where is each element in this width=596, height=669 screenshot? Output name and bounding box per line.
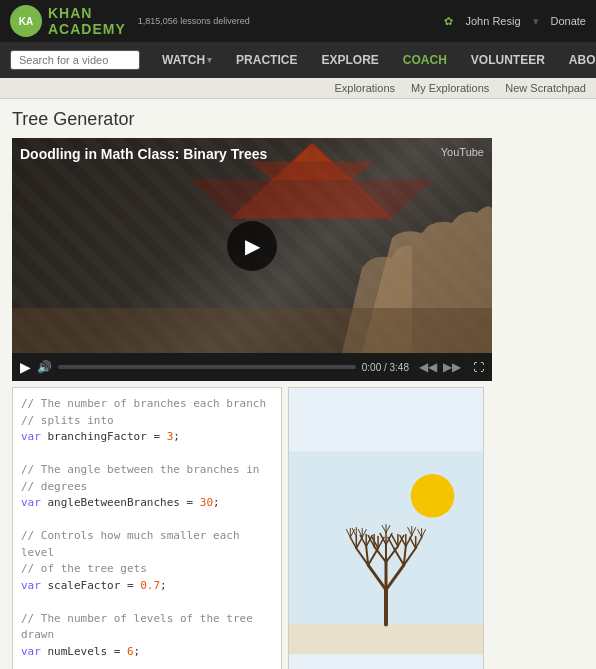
fullscreen-button[interactable]: ⛶ — [473, 361, 484, 373]
svg-rect-11 — [12, 308, 492, 353]
search-input[interactable] — [10, 50, 140, 70]
brand-name: KHANACADEMY — [48, 5, 126, 37]
video-container: Doodling in Math Class: Binary Trees You… — [12, 138, 492, 381]
time-display: 0:00 / 3:48 — [362, 362, 409, 373]
logo-icon: KA — [10, 5, 42, 37]
nav-watch[interactable]: WATCH ▾ — [152, 47, 222, 73]
svg-text:KA: KA — [19, 16, 33, 27]
nav-practice[interactable]: PRACTICE — [226, 47, 307, 73]
logo-area[interactable]: KA KHANACADEMY — [10, 5, 126, 37]
code-line-8 — [21, 512, 273, 529]
subnav-my-explorations[interactable]: My Explorations — [411, 82, 489, 94]
nav-volunteer[interactable]: VOLUNTEER — [461, 47, 555, 73]
code-line-6: // degrees — [21, 479, 273, 496]
code-editor[interactable]: // The number of branches each branch //… — [12, 387, 282, 669]
volume-control[interactable]: 🔊 — [37, 360, 52, 374]
code-line-4 — [21, 446, 273, 463]
play-button[interactable]: ▶ — [227, 221, 277, 271]
top-bar-left: KA KHANACADEMY 1,815,056 lessons deliver… — [10, 5, 250, 37]
code-line-14: var numLevels = 6; — [21, 644, 273, 661]
nav-explore[interactable]: EXPLORE — [311, 47, 388, 73]
user-icon: ✿ — [444, 15, 453, 28]
code-line-11: var scaleFactor = 0.7; — [21, 578, 273, 595]
video-title: Doodling in Math Class: Binary Trees — [20, 146, 267, 162]
code-line-15 — [21, 660, 273, 669]
main-content: Tree Generator — [0, 99, 596, 669]
top-bar-right: ✿ John Resig ▾ Donate — [444, 15, 586, 28]
svg-rect-13 — [289, 625, 483, 655]
code-line-12 — [21, 594, 273, 611]
nav-about[interactable]: ABOUT — [559, 47, 596, 73]
video-controls: ▶ 🔊 0:00 / 3:48 ◀◀ ▶▶ ⛶ — [12, 353, 492, 381]
canvas-svg — [289, 388, 483, 669]
youtube-badge: YouTube — [441, 146, 484, 158]
code-line-13: // The number of levels of the tree draw… — [21, 611, 273, 644]
code-line-1: // The number of branches each branch — [21, 396, 273, 413]
page-title: Tree Generator — [12, 109, 584, 130]
code-preview-area: // The number of branches each branch //… — [12, 387, 584, 669]
logo-text: KHANACADEMY — [48, 5, 126, 37]
code-line-5: // The angle between the branches in — [21, 462, 273, 479]
subnav-new-scratchpad[interactable]: New Scratchpad — [505, 82, 586, 94]
video-thumbnail[interactable]: Doodling in Math Class: Binary Trees You… — [12, 138, 492, 353]
subnav-explorations[interactable]: Explorations — [334, 82, 395, 94]
top-bar: KA KHANACADEMY 1,815,056 lessons deliver… — [0, 0, 596, 42]
code-line-9: // Controls how much smaller each level — [21, 528, 273, 561]
preview-canvas — [288, 387, 484, 669]
play-control[interactable]: ▶ — [20, 359, 31, 375]
user-link[interactable]: John Resig — [465, 15, 520, 27]
progress-bar[interactable] — [58, 365, 356, 369]
sub-nav: Explorations My Explorations New Scratch… — [0, 78, 596, 99]
svg-point-14 — [411, 474, 455, 518]
code-line-10: // of the tree gets — [21, 561, 273, 578]
lessons-count: 1,815,056 lessons delivered — [138, 16, 250, 26]
donate-link[interactable]: Donate — [551, 15, 586, 27]
code-line-2: // splits into — [21, 413, 273, 430]
nav-bar: WATCH ▾ PRACTICE EXPLORE COACH VOLUNTEER… — [0, 42, 596, 78]
nav-coach[interactable]: COACH — [393, 47, 457, 73]
code-line-3: var branchingFactor = 3; — [21, 429, 273, 446]
code-line-7: var angleBetweenBranches = 30; — [21, 495, 273, 512]
